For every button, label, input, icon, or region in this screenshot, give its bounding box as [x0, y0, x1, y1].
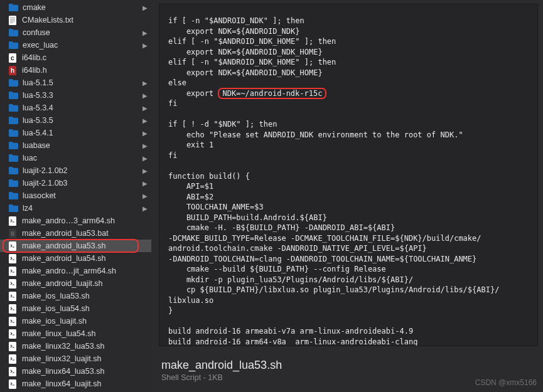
tree-item-label: exec_luac [23, 41, 140, 50]
svg-rect-19 [9, 329, 16, 339]
svg-rect-0 [9, 16, 16, 25]
tree-item-label: make_linux64_lua53.sh [22, 367, 148, 376]
folder-icon [9, 154, 18, 162]
file-item[interactable]: make_linux64_luajit.sh [0, 378, 151, 390]
file-item[interactable]: make_android_luajit.sh [0, 277, 151, 290]
file-item[interactable]: make_android_lua53.bat [0, 227, 151, 240]
folder-item[interactable]: lua-5.3.5▶ [0, 114, 151, 127]
file-icon [9, 329, 18, 339]
folder-item[interactable]: lz4▶ [0, 202, 151, 215]
file-tree-sidebar[interactable]: cmake▶CMakeLists.txtconfuse▶exec_luac▶ci… [0, 0, 151, 392]
svg-rect-23 [9, 379, 16, 389]
file-item[interactable]: make_andro…3_arm64.sh [0, 215, 151, 227]
folder-icon [9, 167, 18, 174]
file-icon [9, 292, 18, 301]
file-icon [9, 267, 18, 276]
tree-item-label: make_linux32_lua53.sh [22, 342, 148, 351]
folder-item[interactable]: luac▶ [0, 152, 151, 164]
svg-rect-12 [9, 241, 16, 251]
tree-item-label: lua-5.4.1 [23, 129, 140, 137]
tree-item-label: make_ios_luajit.sh [22, 317, 148, 326]
file-icon [9, 304, 18, 314]
chevron-right-icon: ▶ [142, 155, 148, 162]
tree-item-label: make_linux32_luajit.sh [22, 354, 148, 363]
chevron-right-icon: ▶ [142, 180, 148, 187]
tree-item-label: make_andro…jit_arm64.sh [22, 267, 148, 275]
folder-item[interactable]: lua-5.3.3▶ [0, 89, 151, 102]
chevron-right-icon: ▶ [142, 4, 148, 11]
file-icon [9, 367, 18, 376]
file-name: make_android_lua53.sh [161, 359, 533, 372]
svg-text:c: c [11, 55, 14, 61]
svg-rect-11 [11, 231, 14, 236]
chevron-right-icon: ▶ [142, 167, 148, 174]
folder-icon [9, 92, 18, 99]
folder-icon [9, 129, 18, 137]
file-item[interactable]: make_ios_lua54.sh [0, 302, 151, 315]
folder-item[interactable]: luasocket▶ [0, 189, 151, 202]
folder-item[interactable]: exec_luac▶ [0, 39, 151, 51]
folder-item[interactable]: lua-5.3.4▶ [0, 102, 151, 114]
file-item[interactable]: CMakeLists.txt [0, 14, 151, 26]
folder-item[interactable]: lua-5.1.5▶ [0, 77, 151, 89]
file-item[interactable]: make_linux32_luajit.sh [0, 352, 151, 365]
svg-rect-22 [9, 367, 16, 376]
folder-item[interactable]: luajit-2.1.0b2▶ [0, 164, 151, 177]
code-viewer[interactable]: if [ -n "$ANDROID_NDK" ]; then export ND… [159, 4, 538, 346]
tree-item-label: confuse [23, 28, 140, 37]
file-item[interactable]: make_linux64_lua53.sh [0, 365, 151, 378]
file-item[interactable]: make_linux_lua54.sh [0, 327, 151, 340]
chevron-right-icon: ▶ [142, 29, 148, 36]
file-icon [9, 229, 18, 238]
file-item[interactable]: make_linux32_lua53.sh [0, 340, 151, 352]
file-item[interactable]: make_ios_luajit.sh [0, 315, 151, 327]
chevron-right-icon: ▶ [142, 42, 148, 49]
tree-item-label: luasocket [23, 191, 140, 200]
folder-icon [9, 41, 18, 49]
svg-rect-14 [9, 267, 16, 276]
folder-item[interactable]: cmake▶ [0, 1, 151, 14]
folder-icon [9, 204, 18, 212]
file-item[interactable]: make_andro…jit_arm64.sh [0, 265, 151, 277]
chevron-right-icon: ▶ [142, 130, 148, 137]
tree-item-label: i64lib.h [22, 66, 148, 75]
file-item[interactable]: make_android_lua53.sh [0, 240, 151, 252]
tree-item-label: luajit-2.1.0b2 [23, 166, 140, 175]
svg-rect-4 [10, 22, 13, 23]
tree-item-label: make_andro…3_arm64.sh [22, 216, 148, 225]
chevron-right-icon: ▶ [142, 142, 148, 149]
folder-icon [9, 117, 18, 124]
main-panel: if [ -n "$ANDROID_NDK" ]; then export ND… [151, 0, 543, 392]
file-icon [9, 354, 18, 364]
file-item[interactable]: ci64lib.c [0, 51, 151, 64]
svg-rect-15 [9, 279, 16, 289]
folder-icon [9, 104, 18, 112]
svg-rect-9 [9, 216, 16, 226]
file-item[interactable]: make_android_lua54.sh [0, 252, 151, 265]
chevron-right-icon: ▶ [142, 105, 148, 112]
folder-icon [9, 4, 18, 11]
file-item[interactable]: make_ios_lua53.sh [0, 290, 151, 302]
tree-item-label: lua-5.1.5 [23, 78, 140, 87]
tree-item-label: make_android_lua54.sh [22, 254, 148, 263]
folder-item[interactable]: lua-5.4.1▶ [0, 127, 151, 139]
tree-item-label: i64lib.c [22, 53, 148, 62]
tree-item-label: make_android_lua53.bat [22, 229, 148, 238]
chevron-right-icon: ▶ [142, 92, 148, 99]
folder-item[interactable]: luajit-2.1.0b3▶ [0, 177, 151, 189]
highlighted-code: NDK=~/android-ndk-r15c [218, 88, 326, 99]
folder-item[interactable]: luabase▶ [0, 139, 151, 152]
file-icon: h [9, 66, 18, 75]
svg-rect-21 [9, 354, 16, 364]
file-icon [9, 279, 18, 289]
folder-item[interactable]: confuse▶ [0, 26, 151, 39]
tree-item-label: CMakeLists.txt [22, 16, 148, 24]
file-item[interactable]: hi64lib.h [0, 64, 151, 77]
tree-item-label: luac [23, 154, 140, 162]
chevron-right-icon: ▶ [142, 205, 148, 212]
folder-icon [9, 79, 18, 87]
svg-rect-20 [9, 342, 16, 351]
tree-item-label: make_ios_lua54.sh [22, 304, 148, 313]
chevron-right-icon: ▶ [142, 117, 148, 124]
file-icon [9, 16, 18, 25]
